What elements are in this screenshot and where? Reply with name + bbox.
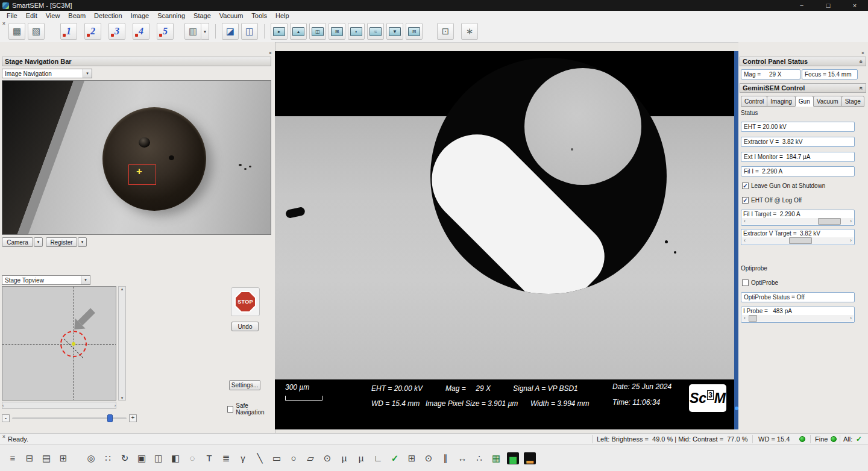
- measure-h-icon[interactable]: µ: [336, 451, 352, 466]
- point-grid-icon[interactable]: ∴: [471, 451, 487, 466]
- stage-rotate-icon[interactable]: ↻: [117, 451, 133, 466]
- detector-preset-4-button[interactable]: 4: [133, 23, 149, 40]
- menu-beam[interactable]: Beam: [64, 11, 90, 20]
- report-icon[interactable]: ▤: [39, 451, 54, 466]
- camera-navigation-view[interactable]: +: [2, 80, 271, 235]
- menu-help[interactable]: Help: [271, 11, 294, 20]
- monitor-save-icon[interactable]: ▼: [386, 23, 403, 40]
- monitor-copy-icon[interactable]: ⊟: [406, 23, 423, 40]
- monitor-photo-icon[interactable]: ▴: [290, 23, 307, 40]
- fil-i-target-slider[interactable]: ‹ ›: [742, 218, 854, 225]
- histogram-green-icon[interactable]: ▅: [505, 451, 521, 466]
- monitor-average-icon[interactable]: ≈: [367, 23, 384, 40]
- register-button[interactable]: Register: [46, 237, 77, 247]
- tab-vacuum[interactable]: Vacuum: [813, 96, 842, 107]
- roi-zoom-icon[interactable]: ⊙: [319, 451, 335, 466]
- maximize-button[interactable]: □: [815, 0, 841, 11]
- settings-button[interactable]: Settings...: [229, 380, 260, 390]
- camera-dropdown-icon[interactable]: ▾: [34, 237, 43, 247]
- detector-preset-3-button[interactable]: 3: [108, 23, 125, 40]
- extractor-v-target-slider[interactable]: ‹ ›: [742, 237, 854, 244]
- image-save-icon[interactable]: ◫: [151, 451, 166, 466]
- menu-edit[interactable]: Edit: [22, 11, 42, 20]
- scroll-right-icon[interactable]: ›: [115, 404, 116, 408]
- leave-gun-on-checkbox[interactable]: ✓ Leave Gun On at Shutdown: [742, 182, 825, 189]
- monitor-freeze-icon[interactable]: ▪: [348, 23, 365, 40]
- statusbar-close-icon[interactable]: ×: [1, 434, 7, 440]
- histogram-panel-icon[interactable]: ◫: [241, 23, 258, 40]
- stage-points-icon[interactable]: ∷: [100, 451, 116, 466]
- zoom-slider-thumb[interactable]: [107, 414, 113, 422]
- detector-preset-1-button[interactable]: 1: [60, 23, 77, 40]
- monitor-live-icon[interactable]: ▸: [271, 23, 288, 40]
- zoom-in-button[interactable]: +: [129, 414, 137, 422]
- zoom-tool-icon[interactable]: ◌: [184, 451, 200, 466]
- menu-detection[interactable]: Detection: [90, 11, 126, 20]
- spreadsheet-icon[interactable]: ▦: [488, 451, 504, 466]
- monitor-dual-icon[interactable]: ⊞: [329, 23, 345, 40]
- slider-right-icon[interactable]: ›: [848, 315, 854, 322]
- control-panel-status-header[interactable]: Control Panel Status «: [740, 57, 866, 66]
- close-button[interactable]: ×: [841, 0, 868, 11]
- stage-topview-map[interactable]: [2, 286, 116, 401]
- measure-v-icon[interactable]: µ: [353, 451, 369, 466]
- i-probe-slider[interactable]: ‹ ›: [742, 315, 854, 322]
- ellipse-tool-icon[interactable]: ○: [286, 451, 301, 466]
- tab-gun[interactable]: Gun: [795, 96, 814, 107]
- text-tool-icon[interactable]: T: [201, 451, 217, 466]
- menu-view[interactable]: View: [42, 11, 64, 20]
- detector-preset-2-button[interactable]: 2: [84, 23, 101, 40]
- stage-initialise-icon[interactable]: ▧: [28, 23, 45, 40]
- slider-left-icon[interactable]: ‹: [742, 237, 747, 244]
- brightness-contrast-icon[interactable]: ◪: [222, 23, 239, 40]
- stage-magnify-icon[interactable]: ◎: [83, 451, 99, 466]
- line-tool-icon[interactable]: ╲: [252, 451, 268, 466]
- grid-icon[interactable]: ⊞: [404, 451, 420, 466]
- accept-icon[interactable]: ✓: [387, 451, 403, 466]
- menu-tools[interactable]: Tools: [247, 11, 271, 20]
- optiprobe-checkbox[interactable]: OptiProbe: [742, 279, 778, 286]
- detector-preset-5-button[interactable]: 5: [157, 23, 174, 40]
- tab-control[interactable]: Control: [741, 96, 767, 107]
- menu-stage[interactable]: Stage: [189, 11, 215, 20]
- fine-mode-status[interactable]: Fine: [815, 435, 828, 443]
- angle-tool-icon[interactable]: ∟: [370, 451, 386, 466]
- specimen-exchange-icon[interactable]: ▩: [8, 23, 25, 40]
- image-compare-icon[interactable]: ◧: [168, 451, 183, 466]
- topview-vertical-scrollbar[interactable]: ▴ ▾: [118, 286, 126, 401]
- monitor-split-icon[interactable]: ◫: [309, 23, 326, 40]
- menu-file[interactable]: File: [2, 11, 22, 20]
- zoom-out-button[interactable]: -: [2, 414, 10, 422]
- collapse-icon[interactable]: «: [858, 60, 865, 63]
- safe-navigation-checkbox[interactable]: Safe Navigation: [227, 402, 275, 416]
- scroll-down-icon[interactable]: ▾: [121, 396, 124, 400]
- toolbar-close-icon[interactable]: ×: [1, 21, 7, 27]
- camera-button[interactable]: Camera: [2, 237, 33, 247]
- nav-mode-select[interactable]: Image Navigation ▾: [2, 69, 92, 78]
- export-icon[interactable]: ⊞: [55, 451, 71, 466]
- menu-vacuum[interactable]: Vacuum: [215, 11, 248, 20]
- tab-imaging[interactable]: Imaging: [767, 96, 796, 107]
- slider-right-icon[interactable]: ›: [848, 218, 854, 225]
- undo-button[interactable]: Undo: [231, 322, 259, 331]
- register-dropdown-icon[interactable]: ▾: [78, 237, 87, 247]
- eht-off-logoff-checkbox[interactable]: ✓ EHT Off @ Log Off: [742, 197, 802, 204]
- circle-measure-icon[interactable]: ⊙: [421, 451, 436, 466]
- slider-thumb[interactable]: [749, 315, 757, 322]
- panel-splitter[interactable]: [734, 51, 738, 429]
- printer-icon[interactable]: ⊟: [22, 451, 37, 466]
- panel-close-icon[interactable]: ×: [861, 51, 864, 56]
- linescan-icon[interactable]: ▂: [522, 451, 538, 466]
- stop-button[interactable]: STOP: [231, 287, 260, 316]
- collapse-icon[interactable]: «: [858, 86, 865, 90]
- slider-left-icon[interactable]: ‹: [742, 315, 747, 322]
- image-gallery-icon[interactable]: ⊡: [437, 23, 454, 40]
- topview-horizontal-scrollbar[interactable]: ‹ ›: [2, 402, 116, 409]
- menu-scanning[interactable]: Scanning: [153, 11, 189, 20]
- signal-mix-dropdown-icon[interactable]: ▾: [201, 23, 209, 40]
- annotation-layers-icon[interactable]: ≣: [218, 451, 234, 466]
- slider-thumb[interactable]: [818, 218, 841, 225]
- annotation-icon[interactable]: ≡: [5, 451, 20, 466]
- tab-stage[interactable]: Stage: [841, 96, 864, 107]
- topview-mode-select[interactable]: Stage Topview ▾: [2, 275, 90, 285]
